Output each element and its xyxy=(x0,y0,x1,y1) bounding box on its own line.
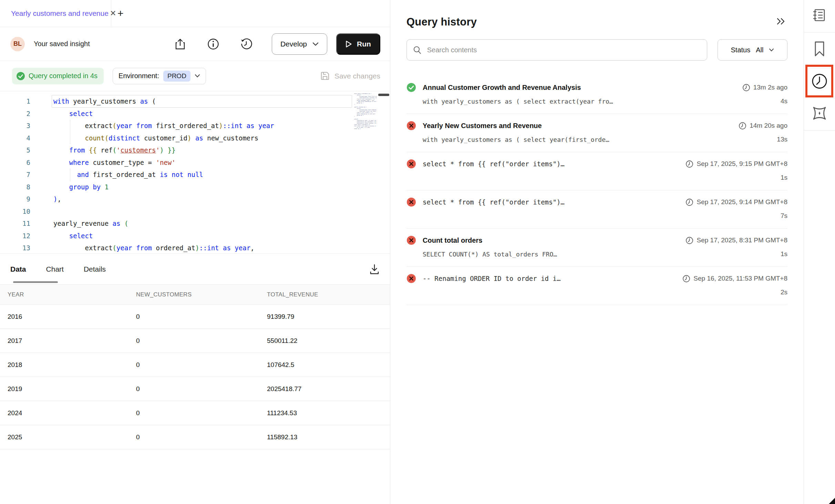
avatar: BL xyxy=(10,37,25,51)
editor-code: with yearly_customers as ( select extrac… xyxy=(53,91,274,253)
tab-yearly-customers-and-revenue[interactable]: Yearly customers and revenue ✕ xyxy=(0,0,111,27)
history-item[interactable]: select * from {{ ref("order_items")…Sep … xyxy=(406,152,787,190)
history-item-time: Sep 17, 2025, 8:31 PM GMT+8 xyxy=(685,237,787,244)
search-box[interactable] xyxy=(406,39,707,61)
document-title: Your saved insight xyxy=(34,40,173,48)
editor-minimap[interactable]: with yearly_customers as ( select extrac… xyxy=(354,93,377,245)
line-number: 4 xyxy=(0,132,30,145)
editor-scrollbar-thumb[interactable] xyxy=(378,94,389,96)
query-history-panel: Query history Status All Annual Customer… xyxy=(390,0,804,504)
table-cell: 2024 xyxy=(0,401,128,425)
code-line: extract(year from ordered_at)::int as ye… xyxy=(53,242,274,253)
history-item-time: 14m 20s ago xyxy=(739,122,787,130)
info-icon xyxy=(207,38,219,50)
results-tab-bar: DataChartDetails xyxy=(0,253,390,284)
history-item-snippet: SELECT COUNT(*) AS total_orders FRO… xyxy=(423,251,775,258)
editor-gutter: 12345678910111213 xyxy=(0,91,32,253)
history-item[interactable]: select * from {{ ref("order_items")…Sep … xyxy=(406,190,787,229)
status-error-icon xyxy=(406,121,416,130)
develop-dropdown[interactable]: Develop xyxy=(272,33,327,55)
run-button[interactable]: Run xyxy=(336,33,380,55)
status-filter-dropdown[interactable]: Status All xyxy=(718,39,787,61)
history-item-snippet: with yearly_customers as ( select year(f… xyxy=(423,136,771,143)
history-item[interactable]: Annual Customer Growth and Revenue Analy… xyxy=(406,76,787,114)
history-item-title: Yearly New Customers and Revenue xyxy=(423,122,733,130)
line-number: 1 xyxy=(0,95,30,108)
table-cell: 2025418.77 xyxy=(259,377,390,401)
table-row: 20180107642.5 xyxy=(0,353,390,377)
tab-bar: Yearly customers and revenue ✕ + xyxy=(0,0,390,27)
status-error-icon xyxy=(406,274,416,283)
history-item-title: -- Renaming ORDER_ID to order_id i… xyxy=(423,275,677,282)
time-label: 14m 20s ago xyxy=(750,122,787,129)
table-cell: 107642.5 xyxy=(259,353,390,377)
code-line: where customer_type = 'new' xyxy=(53,157,274,169)
clock-icon xyxy=(682,275,690,283)
sparkle-compass-icon xyxy=(811,105,828,122)
line-number: 8 xyxy=(0,181,30,193)
indent-guide xyxy=(70,120,70,144)
history-item-duration: 7s xyxy=(781,212,787,220)
environment-select[interactable]: Environment: PROD xyxy=(113,68,206,84)
chevron-down-icon xyxy=(312,42,319,46)
table-cell: 2018 xyxy=(0,353,128,377)
search-input[interactable] xyxy=(427,46,701,54)
results-table-body: 2016091399.7920170550011.2220180107642.5… xyxy=(0,305,390,449)
history-item[interactable]: Yearly New Customers and Revenue14m 20s … xyxy=(406,114,787,152)
time-label: 13m 2s ago xyxy=(753,84,787,91)
line-number: 9 xyxy=(0,193,30,206)
table-row: 20250115892.13 xyxy=(0,425,390,449)
results-tab-chart[interactable]: Chart xyxy=(46,265,64,273)
history-item[interactable]: -- Renaming ORDER_ID to order_id i…Sep 1… xyxy=(406,267,787,305)
code-line: and first_ordered_at is not null xyxy=(53,169,274,181)
results-table-header: YEARNEW_CUSTOMERSTOTAL_REVENUE xyxy=(0,285,390,305)
query-history-list: Annual Customer Growth and Revenue Analy… xyxy=(406,76,787,305)
results-tab-details[interactable]: Details xyxy=(84,265,106,273)
double-chevron-right-icon xyxy=(776,17,786,25)
table-cell: 115892.13 xyxy=(259,425,390,449)
sql-code-editor[interactable]: 12345678910111213 with yearly_customers … xyxy=(0,91,390,253)
version-history-button[interactable] xyxy=(239,36,254,52)
share-button[interactable] xyxy=(173,36,188,52)
status-success-icon xyxy=(406,83,416,92)
table-cell: 0 xyxy=(128,377,259,401)
notebook-icon xyxy=(812,8,827,23)
table-cell: 91399.79 xyxy=(259,305,390,329)
history-item[interactable]: Count total ordersSep 17, 2025, 8:31 PM … xyxy=(406,229,787,267)
line-number: 6 xyxy=(0,157,30,169)
table-cell: 550011.22 xyxy=(259,329,390,353)
table-cell: 0 xyxy=(128,305,259,329)
play-icon xyxy=(346,40,352,48)
code-line: group by 1 xyxy=(53,181,274,193)
code-line: ), xyxy=(53,193,274,206)
time-label: Sep 17, 2025, 9:15 PM GMT+8 xyxy=(697,160,787,168)
new-tab-button[interactable]: + xyxy=(117,8,124,19)
close-tab-icon[interactable]: ✕ xyxy=(109,9,117,18)
status-filter-label: Status xyxy=(731,46,751,54)
column-header: TOTAL_REVENUE xyxy=(259,285,390,305)
history-item-title: Annual Customer Growth and Revenue Analy… xyxy=(423,84,737,92)
bookmarks-button[interactable] xyxy=(813,41,826,59)
code-line: select xyxy=(53,108,274,120)
table-cell: 2016 xyxy=(0,305,128,329)
copilot-button[interactable] xyxy=(811,105,828,123)
download-icon xyxy=(369,264,380,275)
query-history-button-highlighted[interactable] xyxy=(805,65,833,97)
download-results-button[interactable] xyxy=(369,264,380,275)
info-button[interactable] xyxy=(206,36,221,52)
results-table: YEARNEW_CUSTOMERSTOTAL_REVENUE 201609139… xyxy=(0,284,390,449)
history-item-time: Sep 16, 2025, 11:53 PM GMT+8 xyxy=(682,275,787,283)
history-item-title: select * from {{ ref("order_items")… xyxy=(423,160,680,168)
save-changes-label: Save changes xyxy=(334,72,380,80)
outline-notebook-button[interactable] xyxy=(812,8,827,24)
history-item-duration: 1s xyxy=(781,174,787,181)
history-item-duration: 1s xyxy=(781,250,787,258)
table-row: 20240111234.53 xyxy=(0,401,390,425)
document-header: BL Your saved insight xyxy=(0,27,390,61)
results-tab-data[interactable]: Data xyxy=(10,265,26,273)
collapse-panel-button[interactable] xyxy=(774,16,787,28)
save-changes-button[interactable]: Save changes xyxy=(320,71,380,81)
status-error-icon xyxy=(406,159,416,169)
right-icon-rail xyxy=(804,0,835,504)
clock-icon xyxy=(685,198,693,206)
